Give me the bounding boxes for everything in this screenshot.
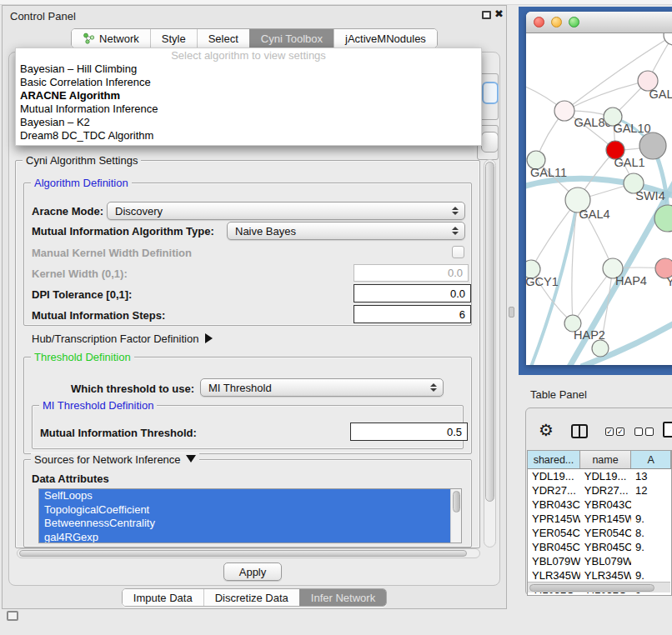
- mi-type-select[interactable]: Naive Bayes: [227, 222, 465, 240]
- combobox-fragment[interactable]: [481, 132, 499, 152]
- column-header[interactable]: name: [580, 451, 631, 468]
- network-node[interactable]: [554, 101, 574, 121]
- settings-scrollbar[interactable]: [484, 159, 496, 548]
- select-all-columns-icon[interactable]: ✓✓: [605, 428, 624, 436]
- node-label: GCY1: [526, 275, 559, 288]
- zoom-window-icon[interactable]: [569, 17, 579, 28]
- group-title: Threshold Definition: [31, 351, 134, 363]
- table-cell[interactable]: YPR145W: [580, 512, 631, 526]
- focused-combobox-fragment[interactable]: [482, 82, 499, 104]
- dropdown-item[interactable]: Basic Correlation Inference: [16, 76, 481, 89]
- which-threshold-select[interactable]: MI Threshold: [200, 378, 444, 397]
- kernel-width-label: Kernel Width (0,1):: [32, 268, 128, 280]
- table-cell[interactable]: 9.: [631, 540, 671, 554]
- minimize-window-icon[interactable]: [551, 17, 562, 28]
- table-cell[interactable]: YDL19...: [580, 469, 631, 483]
- table-cell[interactable]: 13: [631, 469, 671, 483]
- aracne-mode-select[interactable]: Discovery: [107, 202, 465, 220]
- tab-jactivemnodules[interactable]: jActiveMNodules: [333, 29, 437, 48]
- scrollbar-thumb[interactable]: [19, 550, 467, 557]
- close-window-icon[interactable]: [534, 17, 544, 28]
- table-row[interactable]: YBR043CYBR043C: [528, 498, 671, 512]
- minimized-window-icon[interactable]: [7, 611, 18, 621]
- scrollbar-thumb[interactable]: [529, 584, 654, 592]
- node-label: GAL10: [613, 122, 650, 135]
- network-canvas[interactable]: GALGAL80GAL10GAL1GAL11SWI4GAL4GCY1HAP4YH…: [526, 33, 672, 365]
- table-row[interactable]: YBR045CYBR045C9.: [528, 540, 671, 554]
- table-cell[interactable]: YER054C: [580, 526, 631, 540]
- gear-icon[interactable]: ⚙: [539, 421, 554, 439]
- table-cell[interactable]: YBR043C: [580, 498, 631, 512]
- table-horizontal-scrollbar[interactable]: [528, 582, 670, 592]
- table-row[interactable]: YER054CYER054C8.: [528, 526, 671, 540]
- list-item[interactable]: gal4RGexp: [39, 531, 450, 543]
- float-panel-icon[interactable]: [482, 11, 491, 19]
- list-item[interactable]: BetweennessCentrality: [39, 517, 450, 531]
- table-cell[interactable]: YER054C: [528, 526, 580, 540]
- tab-cyni-toolbox[interactable]: Cyni Toolbox: [249, 29, 333, 48]
- dpi-tolerance-field[interactable]: 0.0: [354, 284, 471, 302]
- dropdown-item[interactable]: Bayesian – Hill Climbing: [16, 62, 481, 76]
- list-item[interactable]: TopologicalCoefficient: [39, 503, 450, 518]
- scrollbar-thumb[interactable]: [453, 491, 460, 512]
- tab-infer-network[interactable]: Infer Network: [299, 589, 386, 606]
- sources-toggle[interactable]: Sources for Network Inference: [31, 453, 199, 466]
- combo-arrows-icon: [452, 207, 459, 215]
- network-edge[interactable]: [564, 81, 648, 111]
- aracne-mode-label: Aracne Mode:: [32, 205, 103, 218]
- tab-select[interactable]: Select: [197, 29, 249, 48]
- table-row[interactable]: YLR345WYLR345W9.: [528, 568, 671, 582]
- network-window-titlebar[interactable]: [526, 12, 672, 33]
- tab-style[interactable]: Style: [150, 29, 197, 48]
- table-cell[interactable]: YDR27...: [580, 483, 631, 498]
- table-cell[interactable]: YBL079W: [528, 554, 580, 568]
- export-table-icon[interactable]: [663, 422, 672, 438]
- column-header[interactable]: A: [631, 451, 671, 468]
- table-cell[interactable]: YBL079W: [580, 554, 631, 568]
- hub-definition-toggle[interactable]: Hub/Transcription Factor Definition: [32, 332, 213, 345]
- dropdown-item[interactable]: Mutual Information Inference: [16, 102, 481, 116]
- table-cell[interactable]: YBR045C: [528, 540, 580, 554]
- table-cell[interactable]: [631, 554, 671, 568]
- kernel-width-field[interactable]: 0.0: [354, 264, 469, 282]
- dropdown-item[interactable]: ARACNE Algorithm: [16, 89, 481, 102]
- mi-steps-field[interactable]: 6: [354, 305, 471, 323]
- table-cell[interactable]: YPR145W: [528, 512, 580, 526]
- table-cell[interactable]: YBR043C: [528, 498, 580, 512]
- show-columns-icon[interactable]: [571, 424, 588, 438]
- table-cell[interactable]: YBR045C: [580, 540, 631, 554]
- table-cell[interactable]: YLR345W: [580, 568, 631, 582]
- scrollbar-thumb[interactable]: [485, 162, 494, 502]
- table-row[interactable]: YDR27...YDR27...12: [528, 483, 671, 498]
- which-threshold-label: Which threshold to use:: [71, 382, 194, 395]
- splitter-grip[interactable]: [509, 307, 514, 318]
- table-cell[interactable]: YDL19...: [528, 469, 580, 483]
- mi-threshold-field[interactable]: 0.5: [350, 422, 468, 441]
- tab-discretize-data[interactable]: Discretize Data: [203, 589, 299, 606]
- table-row[interactable]: YPR145WYPR145W9.: [528, 512, 671, 526]
- table-row[interactable]: YBL079WYBL079W: [528, 554, 671, 568]
- manual-kernel-checkbox[interactable]: [452, 246, 464, 258]
- network-node[interactable]: [592, 340, 609, 357]
- network-node[interactable]: [664, 33, 672, 45]
- dropdown-item[interactable]: Dream8 DC_TDC Algorithm: [16, 129, 481, 142]
- table-cell[interactable]: YDR27...: [528, 483, 580, 498]
- settings-horizontal-scrollbar[interactable]: [17, 548, 480, 558]
- tab-network[interactable]: Network: [72, 29, 150, 48]
- list-item[interactable]: SelfLoops: [39, 489, 450, 503]
- column-header[interactable]: shared...: [528, 451, 580, 468]
- table-row[interactable]: YDL19...YDL19...13: [528, 469, 671, 483]
- table-cell[interactable]: 9.: [631, 512, 671, 526]
- dropdown-item[interactable]: Bayesian – K2: [16, 116, 481, 129]
- table-cell[interactable]: 9.: [631, 568, 671, 582]
- deselect-all-columns-icon[interactable]: [634, 428, 654, 436]
- tab-impute-data[interactable]: Impute Data: [123, 589, 203, 606]
- table-cell[interactable]: 8.: [631, 526, 671, 540]
- list-scrollbar[interactable]: [450, 489, 461, 542]
- table-cell[interactable]: [631, 498, 671, 512]
- close-panel-icon[interactable]: ✖: [494, 8, 504, 20]
- table-cell[interactable]: YLR345W: [528, 568, 580, 582]
- selected-value: MI Threshold: [208, 382, 272, 394]
- apply-button[interactable]: Apply: [223, 562, 282, 581]
- table-cell[interactable]: 12: [631, 483, 671, 498]
